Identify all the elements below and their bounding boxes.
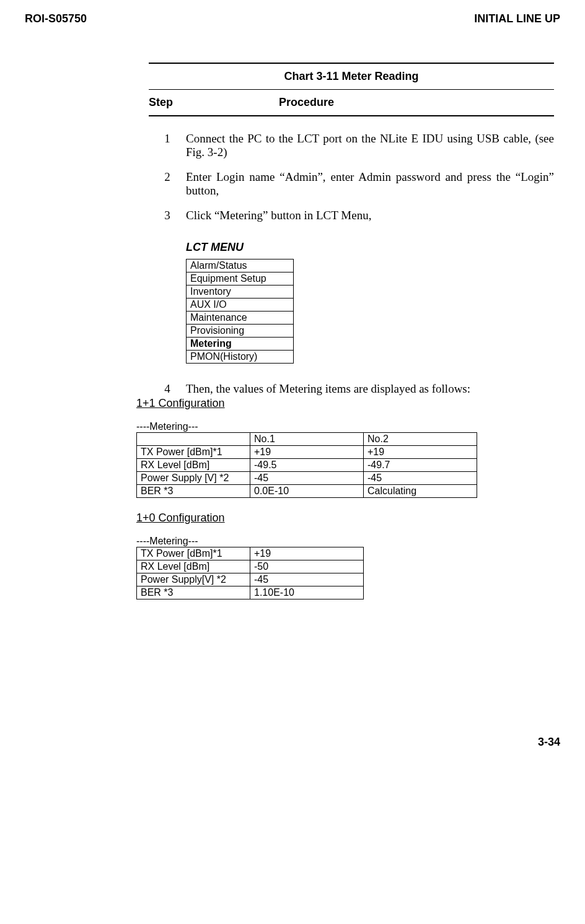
- lct-menu-item[interactable]: Equipment Setup: [187, 272, 294, 285]
- table-cell: TX Power [dBm]*1: [137, 547, 250, 560]
- table-cell: RX Level [dBm]: [137, 459, 250, 472]
- step-text: Then, the values of Metering items are d…: [186, 382, 554, 396]
- step-row: 1 Connect the PC to the LCT port on the …: [149, 132, 554, 159]
- table-cell: Power Supply [V] *2: [137, 472, 250, 485]
- table-row: No.1 No.2: [137, 433, 477, 446]
- table-row: TX Power [dBm]*1 +19: [137, 547, 364, 560]
- step-text: Enter Login name “Admin”, enter Admin pa…: [186, 170, 554, 198]
- table-cell: -45: [250, 472, 364, 485]
- table-row: TX Power [dBm]*1 +19 +19: [137, 446, 477, 459]
- table-cell: BER *3: [137, 586, 250, 599]
- table-cell: -45: [364, 472, 477, 485]
- metering-table-1plus0: TX Power [dBm]*1 +19 RX Level [dBm] -50 …: [136, 547, 364, 599]
- section-title: INITIAL LINE UP: [474, 12, 560, 25]
- lct-menu-item[interactable]: Alarm/Status: [187, 259, 294, 272]
- lct-menu-table: Alarm/Status Equipment Setup Inventory A…: [186, 259, 294, 364]
- table-cell: -49.7: [364, 459, 477, 472]
- page-number: 3-34: [25, 736, 560, 749]
- column-step: Step: [149, 96, 279, 109]
- table-cell: 0.0E-10: [250, 485, 364, 498]
- doc-id: ROI-S05750: [25, 12, 87, 25]
- table-cell: [137, 433, 250, 446]
- step-text: Click “Metering” button in LCT Menu,: [186, 209, 554, 222]
- lct-menu-item[interactable]: PMON(History): [187, 351, 294, 364]
- table-row: Power Supply[V] *2 -45: [137, 573, 364, 586]
- metering-label: ----Metering---: [136, 536, 542, 547]
- table-cell: Calculating: [364, 485, 477, 498]
- table-cell: +19: [250, 446, 364, 459]
- table-row: BER *3 0.0E-10 Calculating: [137, 485, 477, 498]
- lct-menu-item-metering[interactable]: Metering: [187, 338, 294, 351]
- table-cell: -45: [250, 573, 364, 586]
- table-cell: TX Power [dBm]*1: [137, 446, 250, 459]
- table-cell: Power Supply[V] *2: [137, 573, 250, 586]
- table-cell: No.1: [250, 433, 364, 446]
- lct-menu-item[interactable]: Maintenance: [187, 312, 294, 325]
- table-cell: +19: [250, 547, 364, 560]
- table-cell: RX Level [dBm]: [137, 560, 250, 573]
- table-row: BER *3 1.10E-10: [137, 586, 364, 599]
- lct-menu-item[interactable]: Provisioning: [187, 325, 294, 338]
- metering-label: ----Metering---: [136, 421, 542, 432]
- table-cell: +19: [364, 446, 477, 459]
- lct-menu-heading: LCT MENU: [186, 241, 554, 254]
- table-row: Power Supply [V] *2 -45 -45: [137, 472, 477, 485]
- column-procedure: Procedure: [279, 96, 334, 109]
- table-row: RX Level [dBm] -50: [137, 560, 364, 573]
- step-row: 4 Then, the values of Metering items are…: [149, 382, 554, 396]
- step-number: 4: [149, 382, 186, 396]
- lct-menu-item[interactable]: Inventory: [187, 285, 294, 299]
- step-number: 3: [149, 209, 186, 222]
- metering-table-1plus1: No.1 No.2 TX Power [dBm]*1 +19 +19 RX Le…: [136, 432, 477, 498]
- chart-title: Chart 3-11 Meter Reading: [149, 63, 554, 90]
- table-cell: -49.5: [250, 459, 364, 472]
- step-row: 3 Click “Metering” button in LCT Menu,: [149, 209, 554, 222]
- table-cell: No.2: [364, 433, 477, 446]
- lct-menu-item[interactable]: AUX I/O: [187, 299, 294, 312]
- step-text: Connect the PC to the LCT port on the NL…: [186, 132, 554, 159]
- table-cell: BER *3: [137, 485, 250, 498]
- table-cell: -50: [250, 560, 364, 573]
- table-row: RX Level [dBm] -49.5 -49.7: [137, 459, 477, 472]
- step-number: 1: [149, 132, 186, 159]
- config-heading-1plus1: 1+1 Configuration: [136, 397, 542, 410]
- step-number: 2: [149, 170, 186, 198]
- table-cell: 1.10E-10: [250, 586, 364, 599]
- step-row: 2 Enter Login name “Admin”, enter Admin …: [149, 170, 554, 198]
- config-heading-1plus0: 1+0 Configuration: [136, 512, 542, 525]
